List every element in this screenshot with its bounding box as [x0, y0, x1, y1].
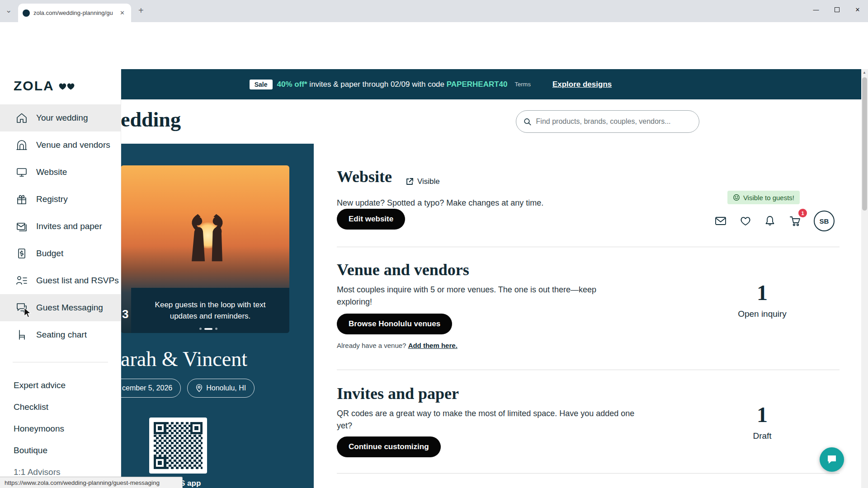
browse-venues-button[interactable]: Browse Honolulu venues [337, 314, 452, 334]
page-scrollbar[interactable]: ▲ [861, 69, 868, 488]
sidebar-item-label: Your wedding [36, 113, 88, 123]
budget-icon [15, 247, 28, 260]
venue-icon [15, 139, 28, 151]
terms-link[interactable]: Terms [515, 81, 531, 88]
section-divider [337, 247, 840, 247]
sidebar-item-label: Website [36, 167, 67, 177]
sale-chip: Sale [250, 80, 273, 89]
carousel-dots[interactable] [199, 328, 217, 330]
guest-list-icon [15, 274, 28, 287]
chat-fab-button[interactable] [820, 447, 844, 472]
sidebar-item-registry[interactable]: Registry [0, 186, 121, 213]
couple-names: arah & Vincent [121, 347, 247, 371]
sidebar-item-your-wedding[interactable]: Your wedding [0, 104, 121, 131]
visible-to-guests-badge: Visible to guests! [727, 191, 800, 204]
invites-icon [15, 220, 28, 233]
sidebar: ZOLA Your wedding Venue and vendors [0, 69, 121, 488]
zola-logo-text: ZOLA [14, 78, 54, 94]
open-inquiry-stat: 1 Open inquiry [724, 282, 801, 319]
screen: ⌄ zola.com/wedding-planning/gu ✕ + — ✕ ←… [0, 0, 868, 488]
venues-section-title: Venue and vendors [337, 260, 469, 279]
sidebar-item-label: Budget [36, 249, 63, 258]
open-inquiry-count: 1 [724, 282, 801, 304]
location-pin-icon [196, 384, 203, 392]
section-divider [337, 473, 840, 474]
search-bar[interactable] [516, 110, 699, 133]
page-title: edding [121, 108, 181, 131]
window-controls: — ✕ [806, 0, 868, 19]
sidebar-item-seating-chart[interactable]: Seating chart [0, 321, 121, 348]
sidebar-item-boutique[interactable]: Boutique [0, 440, 121, 461]
page-header: edding 1 SB [0, 99, 861, 144]
couple-photo: Keep guests in the loop with text update… [121, 165, 289, 333]
wedding-location-label: Honolulu, HI [206, 384, 246, 392]
tab-close-icon[interactable]: ✕ [118, 9, 127, 17]
wedding-hero-card: Keep guests in the loop with text update… [99, 144, 314, 488]
carousel-dot[interactable] [215, 328, 217, 330]
sidebar-item-budget[interactable]: Budget [0, 240, 121, 267]
sidebar-item-guest-messaging[interactable]: Guest Messaging [0, 294, 121, 321]
zola-hearts-icon [57, 81, 76, 91]
venues-description: Most couples inquire with 5 or more venu… [337, 284, 608, 308]
sidebar-item-label: Venue and vendors [36, 140, 110, 150]
sidebar-item-label: Seating chart [36, 330, 87, 340]
website-visible-link[interactable]: Visible [406, 177, 440, 186]
countdown-fragment: 3 [122, 307, 128, 321]
sidebar-item-website[interactable]: Website [0, 159, 121, 186]
tab-title: zola.com/wedding-planning/gu [33, 9, 114, 16]
close-window-button[interactable]: ✕ [847, 0, 868, 19]
minimize-button[interactable]: — [806, 0, 826, 19]
sidebar-item-label: Guest Messaging [36, 303, 103, 313]
sidebar-item-invites-and-paper[interactable]: Invites and paper [0, 213, 121, 240]
browser-toolbar: ← → ✕ zola.com/wedding-planning/guest-me… [0, 22, 868, 49]
continue-customizing-button[interactable]: Continue customizing [337, 436, 441, 457]
sidebar-item-venue-and-vendors[interactable]: Venue and vendors [0, 131, 121, 159]
sidebar-item-expert-advice[interactable]: Expert advice [0, 375, 121, 396]
scrollbar-up-icon[interactable]: ▲ [863, 70, 866, 75]
promo-code: PAPERHEART40 [447, 80, 508, 89]
app-download-text: S app [180, 479, 201, 488]
venues-footer-text: Already have a venue? [337, 342, 406, 349]
browser-titlebar: ⌄ zola.com/wedding-planning/gu ✕ + — ✕ [0, 0, 868, 22]
search-icon [524, 117, 532, 126]
maximize-icon [835, 7, 840, 12]
maximize-button[interactable] [826, 0, 847, 19]
carousel-dot-active[interactable] [204, 328, 212, 330]
draft-label: Draft [724, 431, 801, 441]
smiley-icon [733, 194, 740, 201]
mouse-cursor [23, 307, 33, 318]
visible-to-guests-label: Visible to guests! [743, 194, 794, 202]
sidebar-item-honeymoons[interactable]: Honeymoons [0, 418, 121, 440]
draft-stat: 1 Draft [724, 404, 801, 441]
search-input[interactable] [536, 117, 692, 126]
wedding-detail-chips: cember 5, 2026 Honolulu, HI [121, 379, 255, 398]
website-section-title: Website [337, 167, 392, 186]
browser-tab[interactable]: zola.com/wedding-planning/gu ✕ [18, 4, 131, 22]
add-venue-link[interactable]: Add them here. [408, 342, 458, 349]
new-tab-button[interactable]: + [138, 5, 144, 16]
carousel-dot[interactable] [199, 328, 202, 330]
website-icon [15, 166, 28, 178]
zola-logo[interactable]: ZOLA [14, 78, 76, 94]
wedding-location-chip[interactable]: Honolulu, HI [187, 379, 255, 398]
sidebar-item-guest-list[interactable]: Guest list and RSVPs [0, 267, 121, 294]
website-description: New update? Spotted a typo? Make changes… [337, 197, 653, 209]
sidebar-item-label: Guest list and RSVPs [36, 276, 119, 286]
sidebar-item-label: Registry [36, 194, 68, 204]
promo-highlight: 40% off* [277, 80, 307, 89]
external-link-icon [406, 178, 414, 186]
draft-count: 1 [724, 404, 801, 426]
tab-search-icon[interactable]: ⌄ [5, 5, 12, 15]
sidebar-nav: Your wedding Venue and vendors Website [0, 104, 121, 348]
explore-designs-link[interactable]: Explore designs [552, 80, 612, 89]
hero-caption: Keep guests in the loop with text update… [131, 288, 289, 333]
chat-bubble-icon [826, 454, 838, 465]
website-visible-label: Visible [417, 177, 440, 186]
scrollbar-thumb[interactable] [862, 77, 867, 211]
sidebar-item-checklist[interactable]: Checklist [0, 396, 121, 418]
registry-icon [15, 193, 28, 206]
edit-website-button[interactable]: Edit website [337, 209, 405, 230]
sidebar-divider [13, 362, 108, 362]
promo-text: 40% off* invites & paper through 02/09 w… [277, 80, 508, 89]
promo-body: invites & paper through 02/09 with code [307, 80, 447, 89]
